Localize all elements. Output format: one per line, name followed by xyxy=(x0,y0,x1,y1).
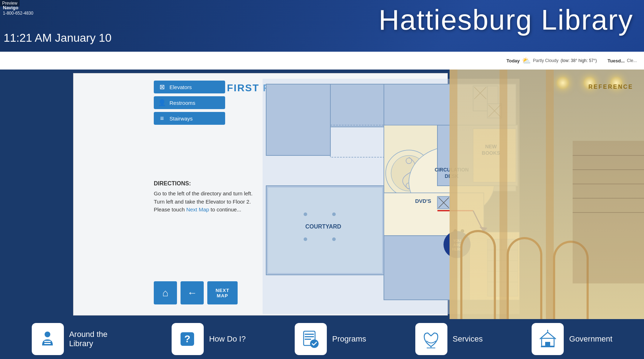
svg-point-71 xyxy=(310,339,319,348)
restroom-label: Restrooms xyxy=(169,100,196,106)
svg-rect-69 xyxy=(305,336,314,337)
home-icon: ⌂ xyxy=(162,287,168,299)
today-temp: (low: 38° high: 57°) xyxy=(561,58,597,63)
map-panel: ⊠ Elevators 👤 Restrooms ≡ Stairways FIRS… xyxy=(73,73,448,316)
around-library-icon-box xyxy=(32,323,64,355)
directions-title: DIRECTIONS: xyxy=(154,180,257,187)
legend-stairways[interactable]: ≡ Stairways xyxy=(154,112,225,125)
next-map-line1: NEXT xyxy=(215,288,229,293)
programs-label: Programs xyxy=(332,334,366,344)
stairway-label: Stairways xyxy=(169,116,193,122)
svg-rect-17 xyxy=(268,188,382,273)
tuesday-condition: Cle... xyxy=(627,58,637,63)
today-label: Today xyxy=(506,58,519,63)
navigation-buttons: ⌂ ← NEXT MAP xyxy=(154,281,238,304)
svg-rect-70 xyxy=(305,339,311,340)
around-library-icon xyxy=(38,329,57,349)
services-icon-box xyxy=(415,323,447,355)
phone-number: 1-800-652-4830 xyxy=(3,11,33,16)
svg-rect-75 xyxy=(545,342,550,346)
legend-elevators[interactable]: ⊠ Elevators xyxy=(154,81,225,93)
nav-services[interactable]: Services xyxy=(415,323,483,355)
svg-rect-64 xyxy=(44,343,51,344)
services-label: Services xyxy=(453,334,483,344)
tuesday-label: Tuesd... xyxy=(608,58,625,63)
government-icon xyxy=(538,329,558,349)
programs-icon xyxy=(301,329,320,349)
nav-government[interactable]: Government xyxy=(532,323,612,355)
navigo-label: Navigo xyxy=(3,5,18,10)
services-icon xyxy=(421,329,441,349)
library-bg-right: REFERENCE xyxy=(450,70,644,319)
svg-rect-68 xyxy=(305,334,314,335)
how-do-i-label: How Do I? xyxy=(209,334,246,344)
datetime-display: 11:21 AM January 10 xyxy=(4,31,111,45)
svg-point-20 xyxy=(304,237,307,241)
weather-bar: Today ⛅ Partly Cloudy (low: 38° high: 57… xyxy=(0,52,644,70)
directions-text: Go to the left of the directory and turn… xyxy=(154,190,257,214)
stairway-icon: ≡ xyxy=(157,114,167,123)
restroom-icon: 👤 xyxy=(157,98,167,107)
directions-panel: DIRECTIONS: Go to the left of the direct… xyxy=(154,180,257,214)
next-map-button[interactable]: NEXT MAP xyxy=(207,281,238,304)
weather-today: Today ⛅ Partly Cloudy (low: 38° high: 57… xyxy=(506,56,597,65)
next-map-link[interactable]: Next Map xyxy=(186,206,209,212)
how-do-i-icon: ? xyxy=(178,329,197,349)
svg-rect-76 xyxy=(541,346,554,347)
app-title: Hattiesburg Library xyxy=(379,4,633,36)
svg-point-62 xyxy=(45,332,50,337)
svg-marker-78 xyxy=(547,329,548,331)
government-label: Government xyxy=(569,334,612,344)
nav-programs[interactable]: Programs xyxy=(295,323,366,355)
svg-text:?: ? xyxy=(184,333,191,344)
elevator-label: Elevators xyxy=(169,84,192,90)
government-icon-box xyxy=(532,323,564,355)
header: Preview Navigo 1-800-652-4830 Hattiesbur… xyxy=(0,0,644,52)
nav-around-library[interactable]: Around the Library xyxy=(32,323,123,355)
svg-rect-63 xyxy=(44,341,51,342)
weather-icon-today: ⛅ xyxy=(522,56,531,65)
weather-tuesday: Tuesd... Cle... xyxy=(608,58,637,63)
home-button[interactable]: ⌂ xyxy=(154,281,177,304)
svg-point-19 xyxy=(332,212,336,216)
legend-area: ⊠ Elevators 👤 Restrooms ≡ Stairways xyxy=(154,81,225,128)
back-button[interactable]: ← xyxy=(181,281,204,304)
today-condition: Partly Cloudy xyxy=(533,58,558,63)
svg-text:DVD'S: DVD'S xyxy=(415,198,431,204)
svg-point-18 xyxy=(304,212,307,216)
svg-rect-1 xyxy=(266,84,330,155)
svg-point-21 xyxy=(332,237,336,241)
reference-sign: REFERENCE xyxy=(588,84,633,90)
back-icon: ← xyxy=(187,287,197,299)
programs-icon-box xyxy=(295,323,327,355)
legend-restrooms[interactable]: 👤 Restrooms xyxy=(154,96,225,109)
nav-how-do-i[interactable]: ? How Do I? xyxy=(172,323,246,355)
svg-text:COURTYARD: COURTYARD xyxy=(305,224,341,230)
around-library-label: Around the Library xyxy=(69,330,123,348)
elevator-icon: ⊠ xyxy=(157,82,167,92)
next-map-line2: MAP xyxy=(217,293,228,298)
main-content: EXIT ► LITERACY SUPPO ⊠ Elevators 👤 Rest… xyxy=(0,70,644,319)
svg-rect-2 xyxy=(330,84,384,127)
how-do-i-icon-box: ? xyxy=(172,323,204,355)
bottom-navigation: Around the Library ? How Do I? Programs xyxy=(0,319,644,359)
